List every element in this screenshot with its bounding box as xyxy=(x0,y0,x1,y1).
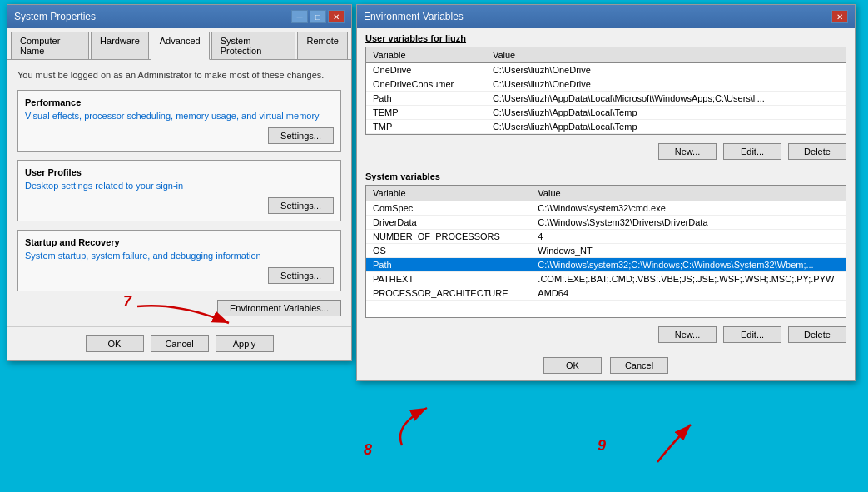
user-var-col-value: Value xyxy=(486,47,846,63)
tab-system-protection[interactable]: System Protection xyxy=(211,32,296,59)
system-vars-table-container: Variable Value ComSpecC:\Windows\system3… xyxy=(365,185,846,318)
sys-var-row[interactable]: OSWindows_NT xyxy=(366,244,846,258)
user-vars-btn-row: New... Edit... Delete xyxy=(357,140,855,166)
tab-computer-name[interactable]: Computer Name xyxy=(11,32,89,59)
startup-recovery-settings-button[interactable]: Settings... xyxy=(268,267,334,284)
title-text: System Properties xyxy=(14,11,96,22)
window-controls: ─ □ ✕ xyxy=(291,10,345,23)
startup-recovery-desc: System startup, system failure, and debu… xyxy=(25,251,334,261)
ok-button[interactable]: OK xyxy=(86,335,144,352)
annotation-7: 7 xyxy=(123,293,131,311)
sys-var-value: 4 xyxy=(531,230,846,244)
sys-vars-edit-button[interactable]: Edit... xyxy=(723,326,781,343)
user-var-value: C:\Users\liuzh\AppData\Local\Temp xyxy=(486,106,846,120)
tab-advanced[interactable]: Advanced xyxy=(151,32,210,60)
sys-var-variable: Path xyxy=(366,258,531,272)
user-var-variable: OneDrive xyxy=(366,63,486,77)
sys-var-value: C:\Windows\system32;C:\Windows;C:\Window… xyxy=(531,258,846,272)
user-vars-delete-button[interactable]: Delete xyxy=(788,143,846,160)
user-var-row[interactable]: TMPC:\Users\liuzh\AppData\Local\Temp xyxy=(366,120,846,134)
sys-var-value: .COM;.EXE;.BAT;.CMD;.VBS;.VBE;JS;.JSE;.W… xyxy=(531,272,846,286)
tabs-bar: Computer Name Hardware Advanced System P… xyxy=(7,28,351,60)
sys-props-bottom-buttons: OK Cancel Apply xyxy=(7,326,351,360)
arrow-9-svg xyxy=(608,408,707,475)
user-var-row[interactable]: OneDriveC:\Users\liuzh\OneDrive xyxy=(366,63,846,77)
system-properties-window: System Properties ─ □ ✕ Computer Name Ha… xyxy=(7,4,352,361)
sys-var-variable: OS xyxy=(366,244,531,258)
performance-settings-button[interactable]: Settings... xyxy=(268,127,334,144)
sys-var-value: C:\Windows\system32\cmd.exe xyxy=(531,201,846,216)
sys-var-row[interactable]: PathC:\Windows\system32;C:\Windows;C:\Wi… xyxy=(366,258,846,272)
user-profiles-settings-button[interactable]: Settings... xyxy=(268,197,334,214)
user-var-row[interactable]: TEMPC:\Users\liuzh\AppData\Local\Temp xyxy=(366,106,846,120)
sys-var-value: C:\Windows\System32\Drivers\DriverData xyxy=(531,216,846,230)
user-var-value: C:\Users\liuzh\AppData\Local\Microsoft\W… xyxy=(486,92,846,106)
cancel-button[interactable]: Cancel xyxy=(151,335,209,352)
maximize-button[interactable]: □ xyxy=(310,10,326,23)
tab-hardware[interactable]: Hardware xyxy=(91,32,149,59)
user-var-variable: TMP xyxy=(366,120,486,134)
sys-props-content: You must be logged on as an Administrato… xyxy=(7,60,351,326)
sys-var-row[interactable]: NUMBER_OF_PROCESSORS4 xyxy=(366,230,846,244)
annotation-9: 9 xyxy=(598,437,606,455)
sys-var-row[interactable]: PATHEXT.COM;.EXE;.BAT;.CMD;.VBS;.VBE;JS;… xyxy=(366,272,846,286)
user-var-row[interactable]: PathC:\Users\liuzh\AppData\Local\Microso… xyxy=(366,92,846,106)
env-vars-cancel-button[interactable]: Cancel xyxy=(610,357,668,374)
user-var-value: C:\Users\liuzh\OneDrive xyxy=(486,77,846,92)
env-vars-title: Environment Variables xyxy=(364,11,464,22)
user-vars-table: Variable Value OneDriveC:\Users\liuzh\On… xyxy=(366,47,846,134)
annotation-8: 8 xyxy=(364,441,372,459)
performance-section: Performance Visual effects, processor sc… xyxy=(17,90,341,152)
sys-vars-delete-button[interactable]: Delete xyxy=(788,326,846,343)
user-profiles-section: User Profiles Desktop settings related t… xyxy=(17,160,341,221)
user-var-variable: TEMP xyxy=(366,106,486,120)
user-profiles-desc: Desktop settings related to your sign-in xyxy=(25,181,334,191)
sys-var-value: Windows_NT xyxy=(531,244,846,258)
env-vars-close-button[interactable]: ✕ xyxy=(831,10,848,23)
sys-var-variable: NUMBER_OF_PROCESSORS xyxy=(366,230,531,244)
user-profiles-title: User Profiles xyxy=(25,167,334,177)
sys-var-variable: DriverData xyxy=(366,216,531,230)
startup-recovery-title: Startup and Recovery xyxy=(25,237,334,247)
system-vars-table: Variable Value ComSpecC:\Windows\system3… xyxy=(366,186,846,301)
user-var-value: C:\Users\liuzh\OneDrive xyxy=(486,63,846,77)
sys-var-variable: ComSpec xyxy=(366,201,531,216)
system-vars-section-title: System variables xyxy=(357,166,855,185)
user-var-variable: OneDriveConsumer xyxy=(366,77,486,92)
arrow-8-svg xyxy=(377,400,452,458)
env-variables-button[interactable]: Environment Variables... xyxy=(217,300,341,316)
user-var-col-variable: Variable xyxy=(366,47,486,63)
env-vars-titlebar: Environment Variables ✕ xyxy=(357,5,855,28)
user-var-row[interactable]: OneDriveConsumerC:\Users\liuzh\OneDrive xyxy=(366,77,846,92)
admin-notice: You must be logged on as an Administrato… xyxy=(17,70,341,80)
env-vars-controls: ✕ xyxy=(831,10,848,23)
tab-remote[interactable]: Remote xyxy=(297,32,348,59)
apply-button[interactable]: Apply xyxy=(216,335,274,352)
performance-desc: Visual effects, processor scheduling, me… xyxy=(25,111,334,121)
env-vars-bottom-btns: OK Cancel xyxy=(357,350,855,380)
sys-var-variable: PROCESSOR_ARCHITECTURE xyxy=(366,286,531,301)
user-vars-table-container: Variable Value OneDriveC:\Users\liuzh\On… xyxy=(365,47,846,135)
sys-var-row[interactable]: DriverDataC:\Windows\System32\Drivers\Dr… xyxy=(366,216,846,230)
sys-var-col-variable: Variable xyxy=(366,186,531,201)
sys-var-row[interactable]: ComSpecC:\Windows\system32\cmd.exe xyxy=(366,201,846,216)
sys-vars-new-button[interactable]: New... xyxy=(658,326,717,343)
performance-title: Performance xyxy=(25,97,334,107)
sys-props-title: System Properties xyxy=(14,11,96,22)
user-vars-edit-button[interactable]: Edit... xyxy=(723,143,781,160)
sys-var-value: AMD64 xyxy=(531,286,846,301)
sys-var-variable: PATHEXT xyxy=(366,272,531,286)
system-vars-btn-row: New... Edit... Delete xyxy=(357,323,855,350)
user-vars-new-button[interactable]: New... xyxy=(658,143,717,160)
close-button[interactable]: ✕ xyxy=(328,10,345,23)
startup-recovery-section: Startup and Recovery System startup, sys… xyxy=(17,230,341,291)
user-vars-section-title: User variables for liuzh xyxy=(357,28,855,47)
user-var-value: C:\Users\liuzh\AppData\Local\Temp xyxy=(486,120,846,134)
user-var-variable: Path xyxy=(366,92,486,106)
env-vars-title-text: Environment Variables xyxy=(364,11,464,22)
env-vars-window: Environment Variables ✕ User variables f… xyxy=(356,4,856,381)
sys-var-col-value: Value xyxy=(531,186,846,201)
sys-var-row[interactable]: PROCESSOR_ARCHITECTUREAMD64 xyxy=(366,286,846,301)
minimize-button[interactable]: ─ xyxy=(291,10,308,23)
env-vars-ok-button[interactable]: OK xyxy=(543,357,602,374)
